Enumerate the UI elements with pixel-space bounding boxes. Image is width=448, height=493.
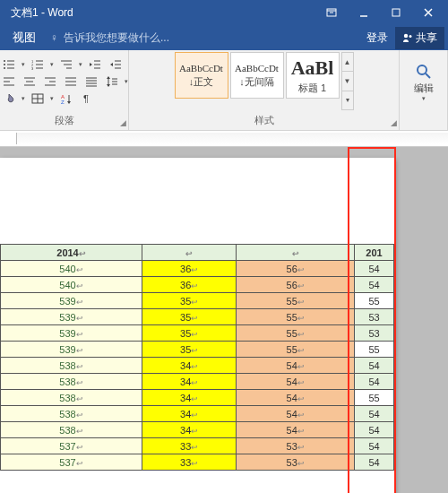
cell[interactable]: 54↩ bbox=[237, 422, 355, 438]
cell[interactable]: 54↩ bbox=[237, 406, 355, 422]
decrease-indent-icon[interactable] bbox=[85, 56, 105, 73]
table-row[interactable]: 539↩35↩55↩55 bbox=[1, 293, 394, 309]
cell[interactable]: 540↩ bbox=[1, 277, 142, 293]
increase-indent-icon[interactable] bbox=[106, 56, 125, 73]
distribute-icon[interactable] bbox=[82, 74, 101, 90]
style-heading1[interactable]: AaBl 标题 1 bbox=[286, 52, 340, 99]
table-row[interactable]: 538↩34↩54↩54 bbox=[1, 358, 394, 374]
cell[interactable]: 538↩ bbox=[1, 390, 142, 406]
line-spacing-icon[interactable] bbox=[102, 74, 122, 90]
cell[interactable]: 55↩ bbox=[237, 325, 355, 342]
cell[interactable]: 35↩ bbox=[142, 325, 237, 342]
cell[interactable]: 53 bbox=[355, 309, 394, 325]
cell[interactable]: 35↩ bbox=[142, 342, 237, 358]
find-button[interactable]: 编辑 ▾ bbox=[400, 50, 447, 115]
cell[interactable]: 34↩ bbox=[142, 374, 237, 390]
table-row[interactable]: 539↩35↩55↩53 bbox=[1, 325, 394, 342]
align-center-icon[interactable] bbox=[20, 74, 39, 90]
cell[interactable]: 54 bbox=[355, 261, 394, 277]
dropdown-icon[interactable]: ▾ bbox=[48, 91, 56, 107]
table-row[interactable]: 537↩33↩53↩54 bbox=[1, 454, 394, 471]
cell[interactable]: 537↩ bbox=[1, 438, 142, 454]
cell[interactable]: 539↩ bbox=[1, 309, 142, 325]
shading-icon[interactable] bbox=[0, 91, 19, 107]
dropdown-icon[interactable]: ▾ bbox=[20, 91, 27, 107]
launcher-icon[interactable]: ◢ bbox=[391, 118, 397, 127]
share-button[interactable]: 共享 bbox=[395, 27, 444, 49]
table-row[interactable]: 537↩33↩53↩54 bbox=[1, 438, 394, 454]
cell[interactable]: 33↩ bbox=[142, 438, 237, 454]
cell[interactable]: 55↩ bbox=[237, 342, 355, 358]
numbering-icon[interactable]: 123 bbox=[28, 56, 47, 73]
align-left-icon[interactable] bbox=[0, 74, 19, 90]
login-button[interactable]: 登录 bbox=[359, 30, 395, 46]
cell[interactable]: 538↩ bbox=[1, 406, 142, 422]
cell[interactable]: 54↩ bbox=[237, 374, 355, 390]
cell[interactable]: 55↩ bbox=[237, 293, 355, 309]
minimize-icon[interactable] bbox=[348, 4, 380, 22]
cell[interactable]: 539↩ bbox=[1, 342, 142, 358]
cell[interactable]: 34↩ bbox=[142, 390, 237, 406]
cell[interactable]: 54↩ bbox=[237, 358, 355, 374]
dropdown-icon[interactable]: ▾ bbox=[20, 56, 27, 73]
cell[interactable]: 538↩ bbox=[1, 422, 142, 438]
cell[interactable]: 56↩ bbox=[237, 261, 355, 277]
cell[interactable]: 53↩ bbox=[237, 438, 355, 454]
style-normal[interactable]: AaBbCcDt ↓正文 bbox=[175, 52, 228, 99]
tab-view[interactable]: 视图 bbox=[4, 26, 45, 49]
cell[interactable]: 55↩ bbox=[237, 309, 355, 325]
cell[interactable]: 36↩ bbox=[142, 261, 237, 277]
cell[interactable]: 538↩ bbox=[1, 374, 142, 390]
cell[interactable]: 54 bbox=[355, 374, 394, 390]
style-down-icon[interactable]: ▼ bbox=[342, 72, 353, 91]
ruler[interactable] bbox=[0, 131, 448, 147]
tellme-input[interactable]: 告诉我您想要做什么... bbox=[64, 30, 359, 46]
table-row[interactable]: 539↩35↩55↩53 bbox=[1, 309, 394, 325]
data-table[interactable]: 2014↩ ↩ ↩ 201 540↩36↩56↩54540↩36↩56↩5453… bbox=[0, 244, 394, 471]
cell[interactable]: 35↩ bbox=[142, 293, 237, 309]
borders-icon[interactable] bbox=[28, 91, 47, 107]
dropdown-icon[interactable]: ▾ bbox=[77, 56, 84, 73]
launcher-icon[interactable]: ◢ bbox=[120, 118, 126, 127]
cell[interactable]: 34↩ bbox=[142, 422, 237, 438]
cell[interactable]: 55 bbox=[355, 342, 394, 358]
close-icon[interactable] bbox=[412, 4, 444, 22]
sort-icon[interactable]: AZ bbox=[56, 91, 76, 107]
cell[interactable]: 55 bbox=[355, 293, 394, 309]
cell[interactable]: 34↩ bbox=[142, 406, 237, 422]
cell[interactable]: 54 bbox=[355, 438, 394, 454]
table-row[interactable]: 538↩34↩54↩54 bbox=[1, 406, 394, 422]
maximize-icon[interactable] bbox=[380, 4, 412, 22]
page[interactable]: 2014↩ ↩ ↩ 201 540↩36↩56↩54540↩36↩56↩5453… bbox=[0, 158, 394, 493]
table-row[interactable]: 540↩36↩56↩54 bbox=[1, 277, 394, 293]
table-row[interactable]: 538↩34↩54↩54 bbox=[1, 374, 394, 390]
cell[interactable]: 34↩ bbox=[142, 358, 237, 374]
cell[interactable]: 54 bbox=[355, 358, 394, 374]
style-nospacing[interactable]: AaBbCcDt ↓无间隔 bbox=[230, 52, 284, 99]
ribbon-options-icon[interactable] bbox=[315, 4, 348, 22]
cell[interactable]: 35↩ bbox=[142, 309, 237, 325]
cell[interactable]: 54↩ bbox=[237, 390, 355, 406]
cell[interactable]: 53 bbox=[355, 325, 394, 342]
cell[interactable]: 537↩ bbox=[1, 454, 142, 471]
cell[interactable]: 54 bbox=[355, 422, 394, 438]
bullets-icon[interactable] bbox=[0, 56, 19, 73]
cell[interactable]: 55 bbox=[355, 390, 394, 406]
cell[interactable]: 539↩ bbox=[1, 325, 142, 342]
cell[interactable]: 539↩ bbox=[1, 293, 142, 309]
cell[interactable]: 33↩ bbox=[142, 454, 237, 471]
cell[interactable]: 54 bbox=[355, 454, 394, 471]
align-right-icon[interactable] bbox=[40, 74, 60, 90]
style-up-icon[interactable]: ▲ bbox=[342, 53, 353, 72]
table-row[interactable]: 538↩34↩54↩54 bbox=[1, 422, 394, 438]
cell[interactable]: 53↩ bbox=[237, 454, 355, 471]
table-row[interactable]: 540↩36↩56↩54 bbox=[1, 261, 394, 277]
cell[interactable]: 36↩ bbox=[142, 277, 237, 293]
cell[interactable]: 54 bbox=[355, 406, 394, 422]
style-more-icon[interactable]: ▾ bbox=[342, 91, 353, 109]
table-row[interactable]: 538↩34↩54↩55 bbox=[1, 390, 394, 406]
show-marks-icon[interactable]: ¶ bbox=[77, 91, 97, 107]
cell[interactable]: 56↩ bbox=[237, 277, 355, 293]
dropdown-icon[interactable]: ▾ bbox=[48, 56, 56, 73]
justify-icon[interactable] bbox=[61, 74, 81, 90]
